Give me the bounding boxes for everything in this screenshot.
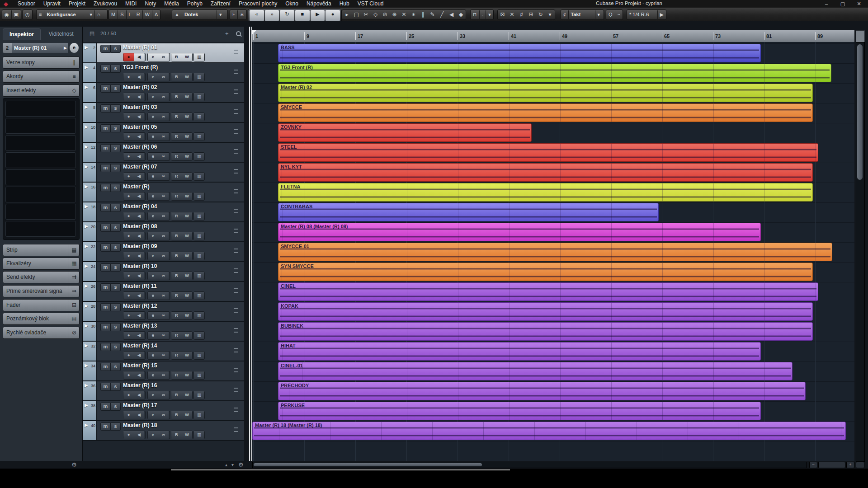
edit-settings-button[interactable]: e — [148, 272, 158, 280]
record-enable-button[interactable]: ● — [123, 113, 134, 121]
track-collapse-column[interactable]: ▶ 30 — [83, 322, 97, 341]
monitor-button[interactable]: ◀ — [134, 332, 144, 339]
freeze-button[interactable]: ∞ — [158, 53, 169, 61]
record-enable-button[interactable]: ● — [123, 252, 134, 260]
track-scroll-up-icon[interactable]: ▴ — [225, 462, 227, 467]
monitor-button[interactable]: ◀ — [134, 371, 144, 379]
mute-button[interactable]: m — [100, 244, 111, 252]
inspector-section[interactable]: Ekvalizéry ▦ — [3, 258, 80, 270]
edit-settings-button[interactable]: e — [148, 212, 158, 220]
timeline-ruler[interactable]: 1917253341495765738189 — [252, 30, 854, 42]
monitor-button[interactable]: ◀ — [134, 391, 144, 399]
track-state-button[interactable]: W — [143, 10, 152, 19]
mute-button[interactable]: m — [100, 45, 111, 53]
quantize-apply-button[interactable]: ▶ — [658, 10, 666, 19]
solo-button[interactable]: s — [111, 403, 121, 411]
write-automation-button[interactable]: W — [182, 53, 192, 61]
record-enable-button[interactable]: ● — [123, 352, 134, 359]
monitor-button[interactable]: ◀ — [134, 252, 144, 260]
menu-item[interactable]: VST Cloud — [354, 0, 388, 8]
track-row[interactable]: ▶ 36 m s Master (R) 16 ● ◀ e ∞ R — [83, 381, 244, 401]
monitor-button[interactable]: ◀ — [134, 73, 144, 81]
track-name[interactable]: Master (R) 04 — [123, 203, 157, 210]
audio-event-clip[interactable]: Master (R) 02 — [278, 84, 813, 102]
collapse-arrow-icon[interactable]: ▶ — [85, 303, 88, 308]
monitor-button[interactable]: ◀ — [134, 173, 144, 180]
write-automation-button[interactable]: W — [182, 73, 192, 81]
inspector-section[interactable]: Insert efekty ◇ — [3, 84, 80, 97]
solo-button[interactable]: s — [111, 244, 121, 252]
config-list-icon[interactable]: ≡ — [37, 10, 44, 19]
freeze-button[interactable]: ∞ — [158, 252, 169, 260]
mute-button[interactable]: m — [100, 104, 111, 113]
track-collapse-column[interactable]: ▶ 12 — [83, 143, 97, 162]
monitor-button[interactable]: ◀ — [134, 133, 144, 141]
track-row[interactable]: ▶ 12 m s Master (R) 06 ● ◀ e ∞ R — [83, 143, 244, 163]
edit-settings-button[interactable]: e — [148, 252, 158, 260]
track-name[interactable]: Master (R) 01 — [123, 44, 157, 51]
write-automation-button[interactable]: W — [182, 232, 192, 240]
edit-settings-button[interactable]: e — [148, 431, 158, 439]
edit-settings-button[interactable]: e — [148, 113, 158, 121]
track-scroll-down-icon[interactable]: ▾ — [231, 462, 234, 467]
audio-event-clip[interactable]: Master (R) 18 (Master (R) 18) — [252, 422, 846, 440]
snap-dropdown-arrow[interactable]: ▾ — [545, 10, 555, 19]
solo-button[interactable]: s — [111, 65, 121, 73]
freeze-button[interactable]: ∞ — [158, 173, 169, 180]
collapse-arrow-icon[interactable]: ▶ — [85, 343, 88, 348]
channel-strip-button[interactable]: ▥ — [194, 133, 204, 141]
audio-event-clip[interactable]: PRECHODY — [278, 382, 806, 400]
collapse-arrow-icon[interactable]: ▶ — [85, 104, 88, 109]
read-automation-button[interactable]: R — [171, 371, 182, 379]
track-collapse-column[interactable]: ▶ 2 — [83, 43, 97, 62]
insert-slot[interactable] — [5, 101, 76, 117]
audio-event-clip[interactable]: STEEL — [278, 143, 818, 162]
inspector-settings-gear-icon[interactable]: ⚙ — [71, 461, 77, 468]
mute-button[interactable]: m — [100, 184, 111, 192]
track-collapse-column[interactable]: ▶ 20 — [83, 222, 97, 241]
track-name[interactable]: Master (R) 03 — [123, 104, 157, 110]
track-row[interactable]: ▶ 10 m s Master (R) 05 ● ◀ e ∞ R — [83, 123, 244, 143]
solo-button[interactable]: s — [111, 303, 121, 311]
playback-tool[interactable]: ◀ — [447, 10, 456, 19]
zoom-out-button[interactable]: – — [809, 462, 817, 468]
freeze-button[interactable]: ∞ — [158, 431, 169, 439]
track-name[interactable]: Master (R) 14 — [123, 343, 157, 349]
mute-tool[interactable]: ✕ — [399, 10, 409, 19]
mute-button[interactable]: m — [100, 343, 111, 351]
inspector-section[interactable]: Akordy ≡ — [3, 70, 80, 83]
collapse-arrow-icon[interactable]: ▶ — [85, 45, 88, 50]
solo-button[interactable]: s — [111, 104, 121, 113]
cycle-button[interactable]: ↻ — [280, 10, 294, 21]
monitor-button[interactable]: ◀ — [134, 411, 144, 419]
track-name[interactable]: Master (R) 06 — [123, 144, 157, 150]
write-automation-button[interactable]: W — [182, 431, 192, 439]
collapse-arrow-icon[interactable]: ▶ — [85, 204, 88, 209]
menu-item[interactable]: Hub — [335, 0, 354, 8]
tab-viditelnost[interactable]: Viditelnost — [42, 28, 80, 39]
inspector-section[interactable]: Send efekty ⇉ — [3, 271, 80, 283]
mute-button[interactable]: m — [100, 84, 111, 93]
edit-channel-button[interactable]: e — [70, 43, 79, 53]
track-name[interactable]: Master (R) 12 — [123, 303, 157, 309]
solo-button[interactable]: s — [111, 224, 121, 232]
track-row[interactable]: ▶ 28 m s Master (R) 12 ● ◀ e ∞ R — [83, 302, 244, 322]
read-automation-button[interactable]: R — [171, 212, 182, 220]
read-automation-button[interactable]: R — [171, 73, 182, 81]
channel-strip-button[interactable]: ▥ — [194, 391, 204, 399]
mute-button[interactable]: m — [100, 224, 111, 232]
record-enable-button[interactable]: ● — [123, 212, 134, 220]
close-button[interactable]: ✕ — [851, 0, 867, 7]
mute-button[interactable]: m — [100, 263, 111, 272]
track-collapse-column[interactable]: ▶ 24 — [83, 262, 97, 281]
edit-settings-button[interactable]: e — [148, 53, 158, 61]
track-collapse-column[interactable]: ▶ 8 — [83, 103, 97, 122]
write-automation-button[interactable]: W — [182, 411, 192, 419]
audio-event-clip[interactable]: KOPAK — [278, 302, 813, 321]
read-automation-button[interactable]: R — [171, 352, 182, 359]
menu-item[interactable]: Soubor — [14, 0, 39, 8]
inspector-section[interactable]: Rychlé ovladače ⊘ — [3, 327, 80, 339]
menu-item[interactable]: Zvukovou — [90, 0, 121, 8]
play-button[interactable]: ▶ — [311, 10, 325, 21]
takt-dropdown-arrow[interactable]: ▾ — [595, 10, 603, 19]
